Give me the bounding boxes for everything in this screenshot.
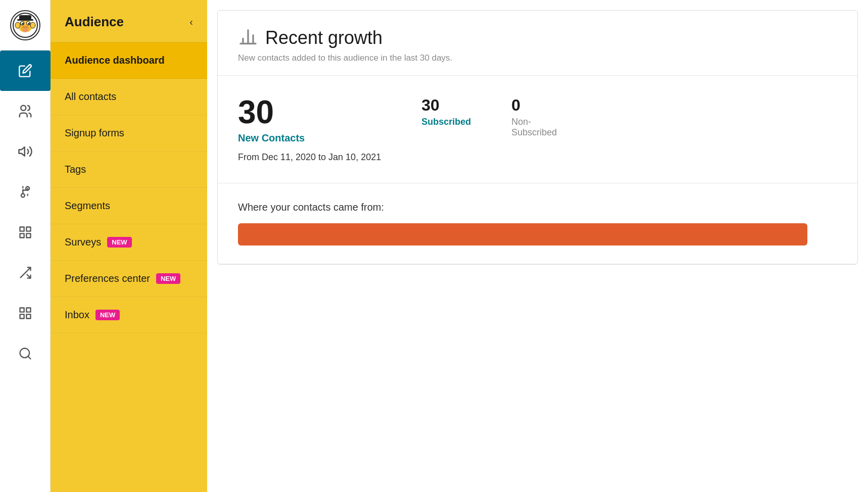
nav-item-audience-dashboard[interactable]: Audience dashboard [51,42,207,79]
svg-point-9 [30,22,35,28]
sidebar-icon-edit[interactable] [0,51,51,91]
surveys-new-badge: New [107,237,131,248]
nav-item-tags[interactable]: Tags [51,152,207,188]
source-section: Where your contacts came from: [218,183,857,264]
svg-point-10 [23,26,25,28]
non-subscribed-stat: 0 Non-Subscribed [511,96,557,138]
nav-item-label: Inbox [65,309,89,321]
svg-rect-19 [20,227,24,231]
non-subscribed-label: Non-Subscribed [511,117,557,138]
source-title: Where your contacts came from: [238,202,837,213]
nav-item-label: Preferences center [65,273,150,284]
svg-marker-15 [19,147,24,156]
source-bar [238,223,807,245]
date-range: From Dec 11, 2020 to Jan 10, 2021 [238,152,381,163]
nav-item-label: Segments [65,200,110,212]
subscribed-number: 30 [421,96,471,115]
nav-item-label: All contacts [65,91,116,103]
subscribed-stat: 30 Subscribed [421,96,471,127]
logo-area [0,0,51,51]
inbox-new-badge: New [95,310,120,320]
svg-point-7 [23,28,28,32]
svg-rect-13 [17,19,33,21]
svg-point-11 [25,26,27,28]
svg-line-30 [28,356,30,359]
new-contacts-label: New Contacts [238,132,381,144]
sidebar-icon-segments[interactable] [0,212,51,253]
svg-rect-22 [26,233,30,237]
svg-point-8 [15,22,20,28]
nav-item-all-contacts[interactable]: All contacts [51,79,207,115]
mailchimp-logo [10,10,40,40]
card-header: Recent growth New contacts added to this… [218,11,857,76]
sidebar-icon-automation[interactable] [0,172,51,212]
nav-item-label: Audience dashboard [65,55,165,66]
svg-rect-28 [26,314,30,318]
sidebar-icon-contacts[interactable] [0,91,51,131]
new-contacts-stat: 30 New Contacts From Dec 11, 2020 to Jan… [238,96,381,163]
svg-point-14 [21,106,26,111]
card-title-row: Recent growth [238,27,837,49]
svg-point-5 [22,23,24,25]
svg-rect-20 [26,227,30,231]
svg-rect-25 [20,308,24,312]
non-subscribed-number: 0 [511,96,557,115]
svg-rect-21 [20,233,24,237]
nav-item-preferences-center[interactable]: Preferences center New [51,261,207,297]
nav-item-signup-forms[interactable]: Signup forms [51,115,207,152]
sidebar-icon-campaigns[interactable] [0,131,51,172]
svg-rect-27 [20,314,24,318]
nav-collapse-icon[interactable]: ‹ [189,16,193,28]
new-contacts-number: 30 [238,96,381,128]
sidebar-icon-search[interactable] [0,333,51,374]
nav-sidebar-title: Audience [65,14,124,30]
card-title: Recent growth [265,27,382,48]
nav-item-label: Signup forms [65,127,124,139]
svg-point-6 [28,23,30,25]
nav-item-surveys[interactable]: Surveys New [51,224,207,261]
nav-item-label: Surveys [65,236,101,248]
sidebar-icon-grid[interactable] [0,293,51,333]
chart-bars-icon [238,27,258,49]
nav-sidebar-header: Audience ‹ [51,0,207,42]
card-subtitle: New contacts added to this audience in t… [238,53,837,63]
recent-growth-card: Recent growth New contacts added to this… [217,10,858,265]
nav-sidebar: Audience ‹ Audience dashboard All contac… [51,0,207,492]
stats-row: 30 New Contacts From Dec 11, 2020 to Jan… [218,76,857,183]
nav-item-label: Tags [65,164,86,175]
svg-rect-26 [26,308,30,312]
nav-item-inbox[interactable]: Inbox New [51,297,207,333]
sidebar-icon-integrations[interactable] [0,253,51,293]
subscribed-label: Subscribed [421,117,471,127]
nav-item-segments[interactable]: Segments [51,188,207,224]
preferences-new-badge: New [156,273,180,284]
icon-sidebar [0,0,51,492]
main-content: Recent growth New contacts added to this… [207,0,868,492]
